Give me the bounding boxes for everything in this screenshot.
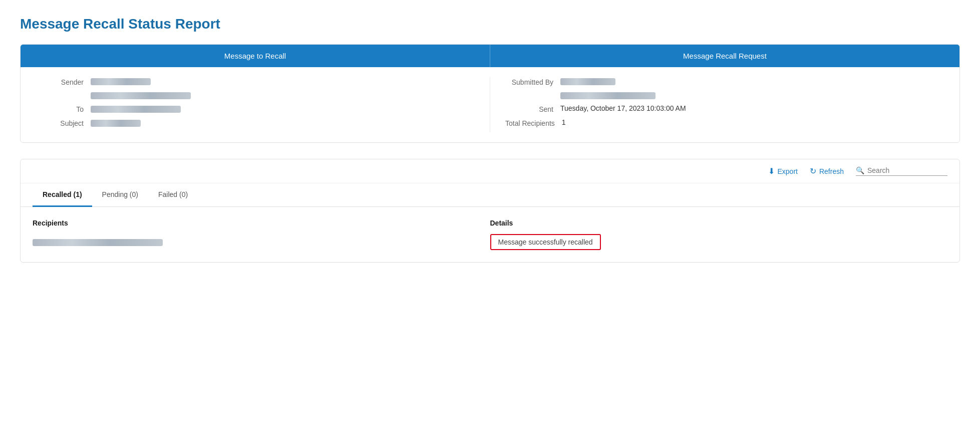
refresh-icon: ↻ xyxy=(810,166,816,176)
table-row: Message successfully recalled xyxy=(33,234,947,250)
total-recipients-row: Total Recipients 1 xyxy=(505,118,944,127)
col-header-recipients: Recipients xyxy=(33,219,490,227)
to-value xyxy=(91,104,181,112)
tab-pending[interactable]: Pending (0) xyxy=(92,183,148,207)
search-container: 🔍 xyxy=(856,166,947,176)
search-icon: 🔍 xyxy=(856,166,864,174)
table-area: Recipients Details Message successfully … xyxy=(21,207,959,262)
page-title: Message Recall Status Report xyxy=(20,16,960,32)
submitted-by-detail-label xyxy=(505,91,560,92)
to-row: To xyxy=(36,104,475,113)
sender-label: Sender xyxy=(36,77,91,86)
sender-detail-row xyxy=(36,91,475,99)
sender-row: Sender xyxy=(36,77,475,86)
export-icon: ⬇ xyxy=(768,166,775,176)
info-card-left-header: Message to Recall xyxy=(21,45,490,67)
sent-label: Sent xyxy=(505,104,560,113)
recall-status-badge: Message successfully recalled xyxy=(490,234,601,250)
to-label: To xyxy=(36,104,91,113)
search-input[interactable] xyxy=(867,166,947,174)
submitted-by-detail-value xyxy=(560,91,656,99)
submitted-by-label: Submitted By xyxy=(505,77,560,86)
table-headers: Recipients Details xyxy=(33,219,947,227)
bottom-section: ⬇ Export ↻ Refresh 🔍 Recalled (1) Pendin… xyxy=(20,159,960,263)
total-recipients-value: 1 xyxy=(562,118,566,126)
tabs-row: Recalled (1) Pending (0) Failed (0) xyxy=(21,183,959,207)
info-col-right: Submitted By Sent Tuesday, October 17, 2… xyxy=(490,77,959,132)
submitted-by-value xyxy=(560,77,615,85)
sent-value: Tuesday, October 17, 2023 10:03:00 AM xyxy=(560,104,686,112)
sender-detail-value xyxy=(91,91,191,99)
submitted-by-row: Submitted By xyxy=(505,77,944,86)
info-card: Message to Recall Message Recall Request… xyxy=(20,44,960,143)
sent-row: Sent Tuesday, October 17, 2023 10:03:00 … xyxy=(505,104,944,113)
col-header-details: Details xyxy=(490,219,948,227)
refresh-label: Refresh xyxy=(819,167,844,175)
info-card-header: Message to Recall Message Recall Request xyxy=(21,45,959,67)
export-button[interactable]: ⬇ Export xyxy=(768,166,798,176)
info-col-left: Sender To Subject xyxy=(21,77,490,132)
total-recipients-label: Total Recipients xyxy=(505,118,562,127)
info-card-right-header: Message Recall Request xyxy=(490,45,959,67)
export-label: Export xyxy=(778,167,798,175)
details-cell: Message successfully recalled xyxy=(490,234,948,250)
info-card-body: Sender To Subject xyxy=(21,67,959,142)
toolbar-row: ⬇ Export ↻ Refresh 🔍 xyxy=(21,159,959,183)
subject-row: Subject xyxy=(36,118,475,127)
sender-value xyxy=(91,77,151,85)
subject-value xyxy=(91,118,141,126)
submitted-by-detail-row xyxy=(505,91,944,99)
sender-detail-label xyxy=(36,91,91,92)
tab-recalled[interactable]: Recalled (1) xyxy=(33,183,92,207)
refresh-button[interactable]: ↻ Refresh xyxy=(810,166,844,176)
recipient-cell xyxy=(33,238,490,246)
subject-label: Subject xyxy=(36,118,91,127)
tab-failed[interactable]: Failed (0) xyxy=(148,183,198,207)
